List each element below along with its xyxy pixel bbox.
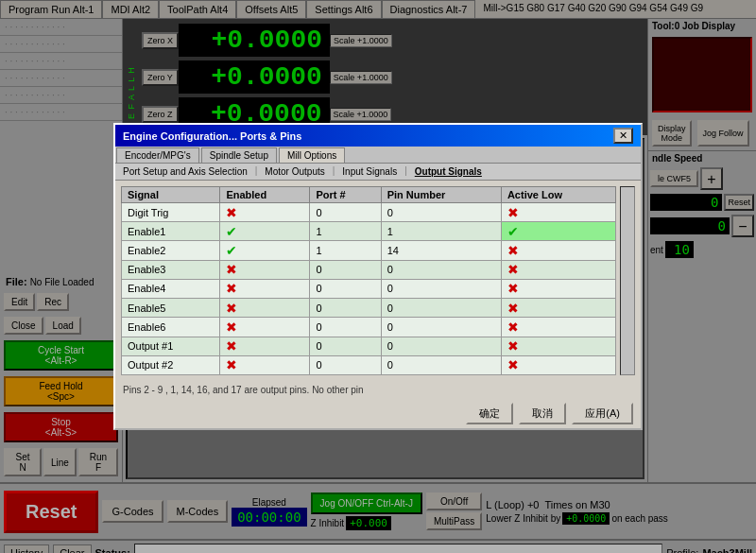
signal-name: Digit Trig bbox=[122, 203, 220, 222]
enabled-cell: ✖ bbox=[220, 203, 310, 222]
port-cell: 0 bbox=[310, 279, 381, 298]
modal-tabs: Encoder/MPG's Spindle Setup Mill Options bbox=[115, 147, 641, 164]
signal-name: Enable3 bbox=[122, 260, 220, 279]
pin-cell: 0 bbox=[381, 318, 501, 337]
enabled-cell: ✖ bbox=[220, 299, 310, 318]
subtab-motor-outputs[interactable]: Motor Outputs bbox=[261, 165, 328, 178]
enabled-cell: ✖ bbox=[220, 337, 310, 355]
table-row: Digit Trig ✖ 0 0 ✖ bbox=[122, 203, 616, 222]
port-cell: 1 bbox=[310, 222, 381, 241]
signal-name: Output #1 bbox=[122, 337, 220, 355]
signal-name: Enable4 bbox=[122, 279, 220, 298]
col-pin: Pin Number bbox=[381, 187, 501, 203]
table-row: Enable1 ✔ 1 1 ✔ bbox=[122, 222, 616, 241]
tab-mill-options[interactable]: Mill Options bbox=[279, 147, 345, 163]
col-enabled: Enabled bbox=[220, 187, 310, 203]
port-cell: 0 bbox=[310, 299, 381, 318]
active-low-cell: ✖ bbox=[501, 299, 615, 318]
enabled-cell: ✔ bbox=[220, 222, 310, 241]
cancel-button[interactable]: 取消 bbox=[519, 403, 566, 424]
col-signal: Signal bbox=[122, 187, 220, 203]
signals-table: Signal Enabled Port # Pin Number Active … bbox=[121, 186, 616, 375]
enabled-cell: ✖ bbox=[220, 318, 310, 337]
port-cell: 0 bbox=[310, 318, 381, 337]
table-row: Enable4 ✖ 0 0 ✖ bbox=[122, 279, 616, 298]
pin-cell: 0 bbox=[381, 355, 501, 374]
subtab-input-signals[interactable]: Input Signals bbox=[338, 165, 401, 178]
active-low-cell: ✖ bbox=[501, 203, 615, 222]
modal-overlay: Engine Configuration... Ports & Pins ✕ E… bbox=[0, 0, 756, 553]
modal-note: Pins 2 - 9 , 1, 14, 16, and 17 are outpu… bbox=[115, 381, 641, 399]
col-port: Port # bbox=[310, 187, 381, 203]
col-activelow: Active Low bbox=[501, 187, 615, 203]
port-cell: 0 bbox=[310, 355, 381, 374]
pin-cell: 0 bbox=[381, 203, 501, 222]
signal-name: Enable6 bbox=[122, 318, 220, 337]
modal-content: Signal Enabled Port # Pin Number Active … bbox=[115, 181, 641, 381]
enabled-cell: ✖ bbox=[220, 260, 310, 279]
pin-cell: 1 bbox=[381, 222, 501, 241]
table-row: Output #1 ✖ 0 0 ✖ bbox=[122, 337, 616, 355]
table-row: Enable2 ✔ 1 14 ✖ bbox=[122, 241, 616, 260]
port-cell: 0 bbox=[310, 337, 381, 355]
active-low-cell: ✖ bbox=[501, 355, 615, 374]
active-low-cell: ✖ bbox=[501, 337, 615, 355]
modal-footer: 确定 取消 应用(A) bbox=[115, 399, 641, 428]
port-cell: 0 bbox=[310, 260, 381, 279]
signal-name: Enable5 bbox=[122, 299, 220, 318]
modal-subtabs: Port Setup and Axis Selection | Motor Ou… bbox=[115, 164, 641, 181]
table-row: Enable3 ✖ 0 0 ✖ bbox=[122, 260, 616, 279]
active-low-cell: ✖ bbox=[501, 279, 615, 298]
pin-cell: 0 bbox=[381, 299, 501, 318]
engine-config-modal: Engine Configuration... Ports & Pins ✕ E… bbox=[113, 123, 643, 430]
tab-spindle-setup[interactable]: Spindle Setup bbox=[201, 147, 277, 163]
enabled-cell: ✖ bbox=[220, 279, 310, 298]
pin-cell: 14 bbox=[381, 241, 501, 260]
active-low-cell[interactable]: ✔ bbox=[501, 222, 615, 241]
port-cell: 0 bbox=[310, 203, 381, 222]
confirm-button[interactable]: 确定 bbox=[466, 403, 513, 424]
modal-close-button[interactable]: ✕ bbox=[613, 128, 633, 144]
active-low-cell: ✖ bbox=[501, 318, 615, 337]
enabled-cell: ✔ bbox=[220, 241, 310, 260]
pin-cell: 0 bbox=[381, 279, 501, 298]
modal-title: Engine Configuration... Ports & Pins ✕ bbox=[115, 125, 641, 147]
pin-cell: 0 bbox=[381, 337, 501, 355]
apply-button[interactable]: 应用(A) bbox=[572, 403, 633, 424]
port-cell: 1 bbox=[310, 241, 381, 260]
table-scrollbar[interactable] bbox=[620, 186, 635, 375]
subtab-output-signals[interactable]: Output Signals bbox=[411, 165, 486, 178]
signal-name: Output #2 bbox=[122, 355, 220, 374]
pin-cell: 0 bbox=[381, 260, 501, 279]
table-row: Enable6 ✖ 0 0 ✖ bbox=[122, 318, 616, 337]
signal-name: Enable2 bbox=[122, 241, 220, 260]
table-row: Output #2 ✖ 0 0 ✖ bbox=[122, 355, 616, 374]
tab-encoder-mpg[interactable]: Encoder/MPG's bbox=[116, 147, 199, 163]
active-low-cell: ✖ bbox=[501, 241, 615, 260]
subtab-port-setup[interactable]: Port Setup and Axis Selection bbox=[119, 165, 251, 178]
table-row: Enable5 ✖ 0 0 ✖ bbox=[122, 299, 616, 318]
signal-name: Enable1 bbox=[122, 222, 220, 241]
enabled-cell: ✖ bbox=[220, 355, 310, 374]
active-low-cell: ✖ bbox=[501, 260, 615, 279]
